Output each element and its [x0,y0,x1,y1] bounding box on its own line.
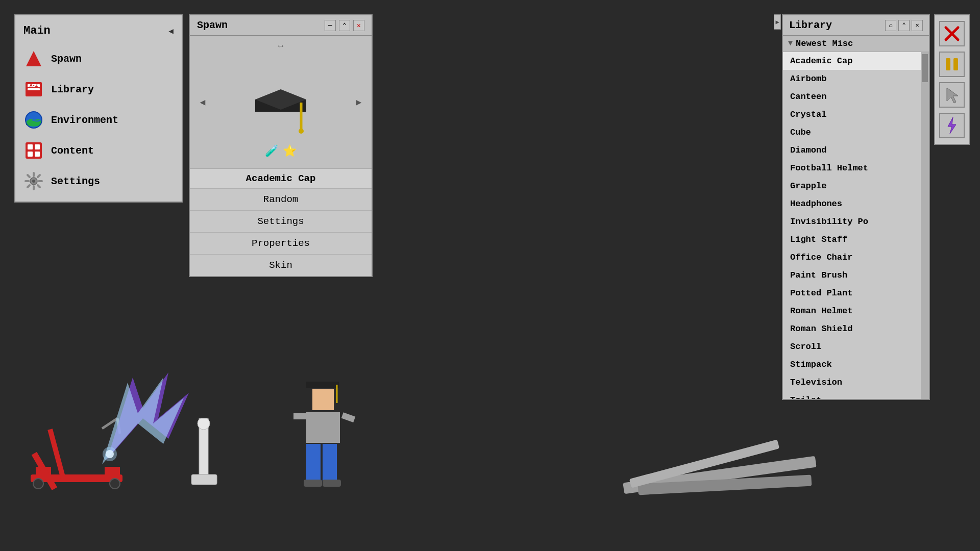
svg-point-13 [198,418,210,430]
toolbar-cursor-btn[interactable] [939,82,965,108]
spawn-next-btn[interactable]: ▶ [351,94,366,110]
svg-point-42 [32,180,35,183]
svg-rect-14 [306,382,339,388]
library-item-toilet[interactable]: Toilet [783,391,921,399]
sidebar-item-content[interactable]: Content [15,135,182,166]
library-item-cube[interactable]: Cube [783,123,921,141]
library-icon: A-Z [23,79,44,99]
content-label: Content [51,145,94,157]
library-item-light-staff[interactable]: Light Staff [783,231,921,248]
svg-point-54 [299,129,304,134]
library-item-football-helmet[interactable]: Football Helmet [783,159,921,177]
sidebar-item-environment[interactable]: Environment [15,105,182,135]
scene-character [291,378,357,490]
svg-rect-37 [28,144,33,149]
svg-point-4 [110,479,120,489]
svg-rect-31 [28,88,40,90]
spawn-panel-minimize-btn[interactable]: ― [325,20,336,31]
spawn-menu-items: Random Settings Properties Skin [190,188,372,276]
environment-icon [23,110,44,130]
library-panel-title: Library ⌂ ⌃ ✕ [783,15,929,36]
library-item-roman-helmet[interactable]: Roman Helmet [783,302,921,320]
spawn-menu-settings[interactable]: Settings [190,210,372,232]
spawn-panel-label: Spawn [197,19,228,31]
svg-rect-24 [323,480,341,487]
main-panel: Main ◀ Spawn A-Z Library [14,14,183,203]
spawn-menu-skin[interactable]: Skin [190,254,372,276]
svg-point-10 [103,447,117,461]
library-minimize-btn[interactable]: ⌃ [898,20,910,31]
spawn-prev-btn[interactable]: ◀ [195,94,210,110]
spawn-menu-properties[interactable]: Properties [190,232,372,254]
spawn-star-icon: ⭐ [283,144,297,158]
spawn-panel-buttons: ― ⌃ ✕ [325,20,364,31]
spawn-preview-model [250,84,311,135]
library-scrollbar[interactable] [921,52,929,399]
library-panel-label: Library [789,19,832,31]
content-icon [23,140,44,161]
svg-line-48 [38,185,40,187]
library-item-invisibility-p[interactable]: Invisibility Po [783,213,921,231]
library-title-btns: ⌂ ⌃ ✕ [885,20,923,31]
library-item-airbomb[interactable]: Airbomb [783,70,921,88]
library-item-paint-brush[interactable]: Paint Brush [783,266,921,284]
library-item-stimpack[interactable]: Stimpack [783,356,921,373]
right-toolbar [934,14,970,145]
scene-stand [189,418,222,490]
library-item-potted-plant[interactable]: Potted Plant [783,284,921,302]
svg-marker-59 [947,88,958,103]
svg-rect-18 [306,412,340,443]
toolbar-close-btn[interactable] [939,21,965,46]
svg-rect-20 [341,412,356,422]
spawn-panel-collapse-btn[interactable]: ⌃ [339,20,350,31]
resize-icon: ↔ [278,41,284,51]
library-item-headphones[interactable]: Headphones [783,195,921,213]
spawn-preview: ↔ ◀ ▶ 🧪 ⭐ [190,36,372,168]
toolbar-lightning-btn[interactable] [939,113,965,138]
filter-label: Newest Misc [796,39,853,48]
sidebar-item-spawn[interactable]: Spawn [15,43,182,74]
library-home-btn[interactable]: ⌂ [885,20,896,31]
spawn-panel-close-btn[interactable]: ✕ [353,20,364,31]
svg-marker-60 [948,117,956,134]
spawn-icon [23,48,44,69]
svg-text:A-Z: A-Z [30,83,38,88]
sidebar-item-settings[interactable]: Settings [15,166,182,196]
svg-rect-39 [28,152,33,157]
main-panel-title: Main ◀ [15,20,182,43]
main-panel-label: Main [23,24,51,37]
svg-line-50 [28,185,30,187]
library-item-crystal[interactable]: Crystal [783,106,921,123]
spawn-menu-random[interactable]: Random [190,188,372,210]
spawn-panel: Spawn ― ⌃ ✕ ↔ ◀ ▶ 🧪 ⭐ Academic Cap [189,14,373,277]
library-item-academic-cap[interactable]: Academic Cap [783,52,921,70]
svg-rect-17 [312,389,334,410]
svg-rect-40 [35,152,40,157]
library-item-office-chair[interactable]: Office Chair [783,248,921,266]
svg-line-47 [28,175,30,177]
library-items-list: Academic CapAirbombCanteenCrystalCubeDia… [783,52,929,399]
scene-sparkle [92,367,204,469]
library-item-diamond[interactable]: Diamond [783,141,921,159]
library-item-television[interactable]: Television [783,373,921,391]
library-close-btn[interactable]: ✕ [912,20,923,31]
main-panel-collapse-btn[interactable]: ◀ [168,26,174,36]
spawn-flask-icon: 🧪 [265,144,279,158]
library-area-collapse-btn[interactable]: ▶ [774,14,781,30]
library-item-grapple[interactable]: Grapple [783,177,921,195]
library-panel: Library ⌂ ⌃ ✕ ▼ Newest Misc Academic Cap… [782,14,930,400]
library-item-roman-shield[interactable]: Roman Shield [783,320,921,338]
library-filter-row: ▼ Newest Misc [783,36,929,52]
environment-label: Environment [51,114,118,126]
svg-rect-12 [191,474,217,485]
spawn-item-name: Academic Cap [190,168,372,188]
sidebar-item-library[interactable]: A-Z Library [15,74,182,105]
svg-rect-21 [306,444,321,482]
svg-marker-28 [26,51,41,66]
library-item-canteen[interactable]: Canteen [783,88,921,106]
spawn-label: Spawn [51,53,82,65]
library-item-scroll[interactable]: Scroll [783,338,921,356]
svg-rect-22 [323,444,337,482]
toolbar-pause-btn[interactable] [939,52,965,77]
library-scrollbar-thumb[interactable] [922,54,928,82]
